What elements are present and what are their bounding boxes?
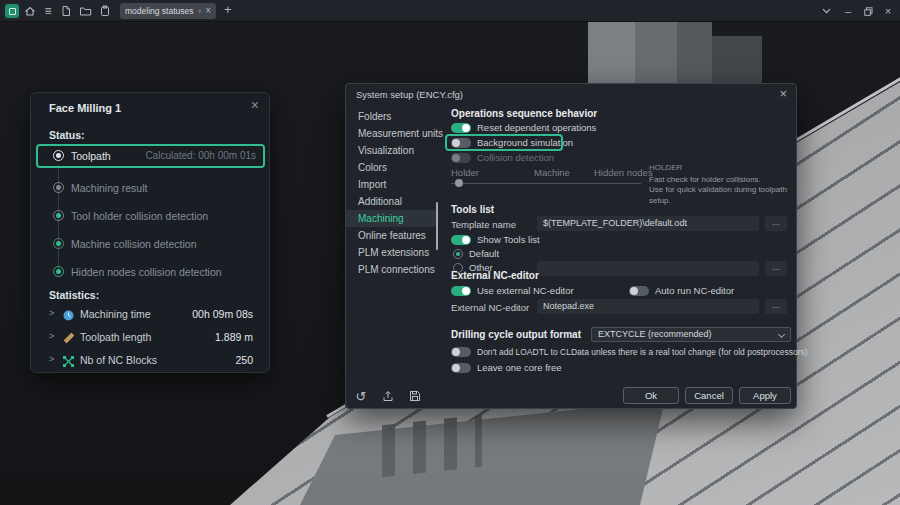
stat-row-nc-blocks[interactable]: > Nb of NC Blocks 250 <box>49 353 253 366</box>
status-circle-icon <box>53 238 64 249</box>
clock-icon <box>63 307 74 325</box>
cancel-button[interactable]: Cancel <box>685 387 733 404</box>
save-document-icon[interactable] <box>98 4 112 18</box>
operation-status-panel: Face Milling 1 × Status: Toolpath Calcul… <box>30 92 270 373</box>
close-window-button[interactable]: × <box>880 3 896 19</box>
new-tab-button[interactable]: + <box>224 2 232 17</box>
nc-editor-label: External NC-editor <box>451 302 529 313</box>
menu-item-plm-connections[interactable]: PLM connections <box>346 261 438 278</box>
slider-label-machine: Machine <box>534 167 570 178</box>
status-item-tool-holder-collision: Tool holder collision detection <box>31 210 269 224</box>
menu-item-visualization[interactable]: Visualization <box>346 142 438 159</box>
tab-close-icon[interactable]: × <box>205 6 211 16</box>
stat-value: 250 <box>235 354 253 366</box>
template-name-input[interactable]: $(TEMPLATE_FOLDER)\default.odt <box>537 216 759 231</box>
status-label: Machining result <box>71 182 147 194</box>
expand-chevron-icon[interactable]: > <box>49 308 54 318</box>
leave-core-free-toggle[interactable] <box>451 363 471 373</box>
app-logo-icon[interactable] <box>5 4 19 18</box>
chevron-down-icon <box>778 331 785 338</box>
toggle-row-use-nc-editor: Use external NC-editor <box>451 285 574 296</box>
slider-label-holder: Holder <box>451 167 479 178</box>
drilling-format-value: EXTCYCLE (recommended) <box>598 329 712 339</box>
template-browse-button[interactable]: ... <box>765 216 787 231</box>
stat-row-toolpath-length[interactable]: > Toolpath length 1.889 m <box>49 330 253 343</box>
autorun-nc-editor-toggle[interactable] <box>629 286 649 296</box>
drilling-format-select[interactable]: EXTCYCLE (recommended) <box>591 327 791 342</box>
nc-editor-input[interactable]: Notepad.exe <box>537 299 759 314</box>
dialog-close-icon[interactable]: × <box>779 86 787 101</box>
stat-label: Toolpath length <box>80 331 151 343</box>
toggle-row-collision-detection: Collision detection <box>451 152 554 163</box>
expand-chevron-icon[interactable]: > <box>49 354 54 364</box>
status-label: Hidden nodes collision detection <box>71 266 222 278</box>
ok-button[interactable]: Ok <box>623 387 679 404</box>
status-circle-icon <box>53 210 64 221</box>
new-document-icon[interactable] <box>59 4 73 18</box>
holder-info-title: HOLDER <box>649 163 791 174</box>
loadtl-toggle[interactable] <box>451 347 471 357</box>
show-tools-toggle[interactable] <box>451 235 471 245</box>
status-circle-icon <box>53 182 64 193</box>
toggle-label: Background simulation <box>477 137 573 148</box>
use-nc-editor-toggle[interactable] <box>451 286 471 296</box>
toggle-row-background-simulation: Background simulation <box>451 137 573 148</box>
open-folder-icon[interactable] <box>78 4 92 18</box>
save-settings-icon[interactable] <box>408 389 422 403</box>
menu-scrollbar[interactable] <box>436 202 438 250</box>
home-icon[interactable] <box>23 4 37 18</box>
holder-info-line2: Use for quick validation during toolpath… <box>649 185 791 206</box>
menu-item-measurement-units[interactable]: Measurement units <box>346 125 438 142</box>
other-browse-button[interactable]: ... <box>765 261 787 276</box>
collision-level-slider-track[interactable] <box>451 183 641 184</box>
tools-list-heading: Tools list <box>451 204 494 215</box>
menu-item-additional[interactable]: Additional <box>346 193 438 210</box>
collision-level-slider-knob[interactable] <box>455 179 463 187</box>
pin-icon[interactable] <box>198 7 202 16</box>
export-settings-icon[interactable] <box>381 389 395 403</box>
reset-settings-icon[interactable]: ↺ <box>354 389 368 403</box>
stat-row-machining-time[interactable]: > Machining time 00h 09m 08s <box>49 307 253 320</box>
holder-info-line1: Fast check for holder collisions. <box>649 175 791 186</box>
menu-item-folders[interactable]: Folders <box>346 108 438 125</box>
toggle-label: Reset dependent operations <box>477 122 596 133</box>
status-item-hidden-nodes-collision: Hidden nodes collision detection <box>31 266 269 280</box>
titlebar: ≡ modeling statuses × + – × <box>0 0 900 22</box>
menu-item-colors[interactable]: Colors <box>346 159 438 176</box>
app-window: ≡ modeling statuses × + – × <box>0 0 900 505</box>
menu-item-machining[interactable]: Machining <box>346 210 438 227</box>
toggle-row-autorun-nc-editor: Auto run NC-editor <box>629 285 734 296</box>
menu-item-import[interactable]: Import <box>346 176 438 193</box>
toggle-row-show-tools: Show Tools list <box>451 234 540 245</box>
menu-item-online-features[interactable]: Online features <box>346 227 438 244</box>
toggle-row-reset-dependent: Reset dependent operations <box>451 122 596 133</box>
status-item-toolpath: Toolpath Calculated: 00h 00m 01s <box>31 150 269 164</box>
expand-chevron-icon[interactable]: > <box>49 331 54 341</box>
reset-dependent-toggle[interactable] <box>451 123 471 133</box>
dialog-title: System setup (ENCY.cfg) <box>356 89 463 100</box>
panel-close-icon[interactable]: × <box>251 97 259 113</box>
ruler-icon <box>63 330 75 348</box>
status-heading: Status: <box>49 129 85 141</box>
nc-editor-heading: External NC-editor <box>451 270 539 281</box>
nc-editor-browse-button[interactable]: ... <box>765 299 787 314</box>
other-template-input[interactable] <box>537 261 759 276</box>
default-radio[interactable] <box>453 249 463 259</box>
slider-label-hidden-nodes: Hidden nodes <box>594 167 653 178</box>
toggle-row-loadtl: Don't add LOADTL to CLData unless there … <box>451 347 808 357</box>
background-simulation-toggle[interactable] <box>451 138 471 148</box>
minimize-button[interactable]: – <box>840 3 856 19</box>
menu-item-plm-extensions[interactable]: PLM extensions <box>346 244 438 261</box>
main-menu-icon[interactable]: ≡ <box>41 4 55 18</box>
collision-detection-toggle[interactable] <box>451 153 471 163</box>
tab-label: modeling statuses <box>125 6 194 16</box>
stat-value: 1.889 m <box>215 331 253 343</box>
toggle-label: Collision detection <box>477 152 554 163</box>
panel-title: Face Milling 1 <box>49 102 121 114</box>
document-tab[interactable]: modeling statuses × <box>120 3 216 19</box>
statistics-heading: Statistics: <box>49 289 99 301</box>
restore-button[interactable] <box>860 3 876 19</box>
window-menu-chevron-icon[interactable] <box>818 3 834 19</box>
status-item-machine-collision: Machine collision detection <box>31 238 269 252</box>
apply-button[interactable]: Apply <box>739 387 791 404</box>
